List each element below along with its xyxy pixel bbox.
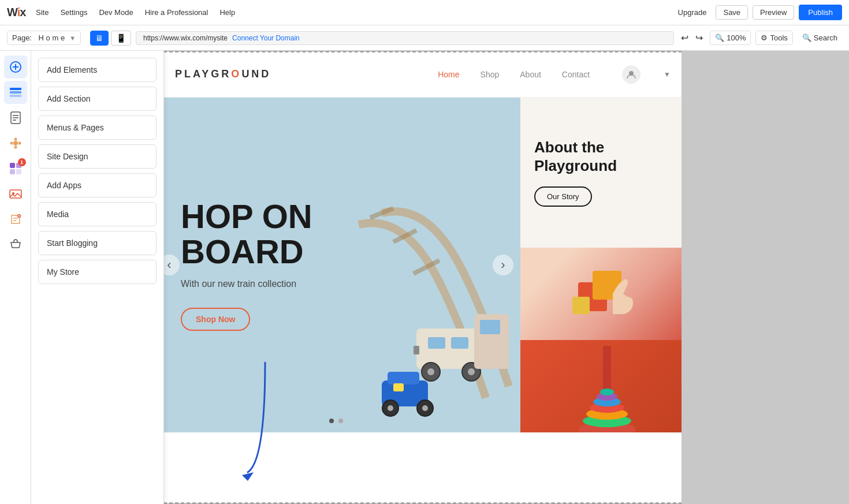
hero-dots [329, 419, 343, 423]
about-title: About thePlayground [534, 139, 680, 174]
product-image-bottom [520, 340, 682, 432]
start-blogging-button[interactable]: Start Blogging [38, 231, 157, 255]
svg-rect-42 [388, 372, 419, 384]
view-toggle: 🖥 📱 [90, 31, 131, 46]
desktop-view-button[interactable]: 🖥 [90, 31, 109, 46]
undo-redo: ↩ ↪ [679, 30, 705, 46]
svg-point-14 [10, 142, 13, 145]
nav-hire[interactable]: Hire a Professional [139, 0, 214, 25]
add-elements-button[interactable]: Add Elements [38, 58, 157, 82]
left-sidebar: 1 [0, 51, 31, 504]
site-logo: PLAYGROUND [175, 68, 271, 80]
svg-point-58 [600, 389, 614, 395]
topbar-nav: Site Settings Dev Mode Hire a Profession… [30, 0, 241, 25]
tools-button[interactable]: ⚙ Tools [755, 31, 792, 45]
sidebar-store-icon[interactable] [4, 233, 27, 256]
redo-button[interactable]: ↪ [693, 30, 705, 46]
hero-left: HOP ONBOARD With our new train collectio… [164, 98, 520, 432]
tools-icon: ⚙ [761, 33, 768, 42]
site-avatar[interactable] [622, 65, 641, 84]
preview-button[interactable]: Preview [753, 5, 794, 20]
url-bar: https://www.wix.com/mysite Connect Your … [136, 31, 674, 45]
svg-point-36 [427, 368, 434, 375]
sidebar-pages-icon[interactable] [4, 106, 27, 129]
svg-rect-33 [451, 337, 468, 349]
site-menu-shop[interactable]: Shop [481, 70, 500, 79]
search-button[interactable]: 🔍 Search [798, 31, 842, 44]
sidebar-design-icon[interactable] [4, 132, 27, 155]
svg-rect-15 [10, 163, 15, 168]
sidebar-add-icon[interactable] [4, 55, 27, 79]
svg-point-45 [388, 405, 393, 411]
page-selector[interactable]: Page: H o m e ▼ [7, 31, 81, 45]
search-label: Search [814, 33, 837, 42]
nav-help[interactable]: Help [214, 0, 241, 25]
svg-rect-32 [428, 337, 445, 349]
svg-point-13 [14, 146, 17, 149]
hero-dot-2[interactable] [338, 419, 343, 423]
save-button[interactable]: Save [716, 5, 748, 20]
sidebar-layers-icon[interactable] [4, 81, 27, 104]
left-panel: Add Elements Add Section Menus & Pages S… [31, 51, 164, 504]
sidebar-apps-icon[interactable]: 1 [4, 157, 27, 180]
svg-rect-4 [10, 91, 21, 94]
main-area: 1 Add Elements Add Section Menus & Pages… [0, 51, 849, 504]
hero-dot-1[interactable] [329, 419, 334, 423]
zoom-icon: 🔍 [715, 33, 724, 42]
nav-site[interactable]: Site [30, 0, 54, 25]
nav-settings[interactable]: Settings [54, 0, 93, 25]
our-story-button[interactable]: Our Story [534, 186, 592, 207]
url-text: https://www.wix.com/mysite [143, 34, 228, 42]
svg-rect-5 [10, 95, 21, 97]
svg-rect-19 [10, 190, 21, 198]
sidebar-media-icon[interactable] [4, 182, 27, 206]
hero-prev-button[interactable]: ‹ [164, 255, 180, 275]
publish-button[interactable]: Publish [799, 5, 842, 20]
svg-rect-50 [572, 297, 590, 314]
secondbar: Page: H o m e ▼ 🖥 📱 https://www.wix.com/… [0, 25, 849, 51]
zoom-control[interactable]: 🔍 100% [710, 31, 751, 45]
svg-point-46 [422, 405, 428, 411]
canvas-area: PLAYGROUND Home Shop About Contact ▼ [164, 51, 682, 504]
page-chevron-icon: ▼ [69, 35, 76, 42]
mobile-view-button[interactable]: 📱 [111, 31, 131, 46]
media-button[interactable]: Media [38, 202, 157, 226]
svg-rect-47 [393, 383, 404, 391]
hero-cta-button[interactable]: Shop Now [181, 308, 250, 331]
right-outer-panel [682, 51, 849, 504]
site-menu-contact[interactable]: Contact [562, 70, 590, 79]
hero-subheading: With our new train collection [181, 279, 491, 289]
tools-label: Tools [770, 33, 787, 42]
svg-point-12 [18, 142, 21, 145]
product-image-top [520, 248, 682, 340]
svg-point-11 [14, 138, 17, 141]
add-section-button[interactable]: Add Section [38, 87, 157, 111]
hero-right: About thePlayground Our Story [520, 98, 682, 432]
zoom-level: 100% [727, 33, 746, 42]
svg-rect-3 [10, 88, 21, 90]
secondbar-actions: ↩ ↪ 🔍 100% ⚙ Tools 🔍 Search [679, 30, 842, 46]
nav-dev-mode[interactable]: Dev Mode [93, 0, 139, 25]
site-menu: Home Shop About Contact ▼ [438, 65, 671, 84]
undo-button[interactable]: ↩ [679, 30, 691, 46]
site-menu-about[interactable]: About [520, 70, 541, 79]
site-design-button[interactable]: Site Design [38, 144, 157, 169]
site-navigation: PLAYGROUND Home Shop About Contact ▼ [164, 51, 682, 98]
connect-domain-link[interactable]: Connect Your Domain [232, 34, 300, 42]
add-apps-button[interactable]: Add Apps [38, 173, 157, 197]
my-store-button[interactable]: My Store [38, 260, 157, 284]
svg-point-37 [468, 368, 475, 375]
site-frame: PLAYGROUND Home Shop About Contact ▼ [164, 51, 682, 504]
about-panel: About thePlayground Our Story [520, 98, 682, 248]
hero-next-button[interactable]: › [493, 255, 513, 275]
menus-pages-button[interactable]: Menus & Pages [38, 115, 157, 140]
topbar: Wix Site Settings Dev Mode Hire a Profes… [0, 0, 849, 25]
wix-logo: Wix [7, 7, 25, 18]
sidebar-blog-icon[interactable] [4, 208, 27, 231]
site-menu-home[interactable]: Home [438, 70, 459, 79]
svg-rect-17 [10, 169, 15, 174]
page-name: H o m e [39, 33, 65, 42]
topbar-right: Upgrade Save Preview Publish [673, 5, 842, 20]
upgrade-button[interactable]: Upgrade [673, 8, 712, 17]
apps-badge: 1 [18, 158, 26, 166]
